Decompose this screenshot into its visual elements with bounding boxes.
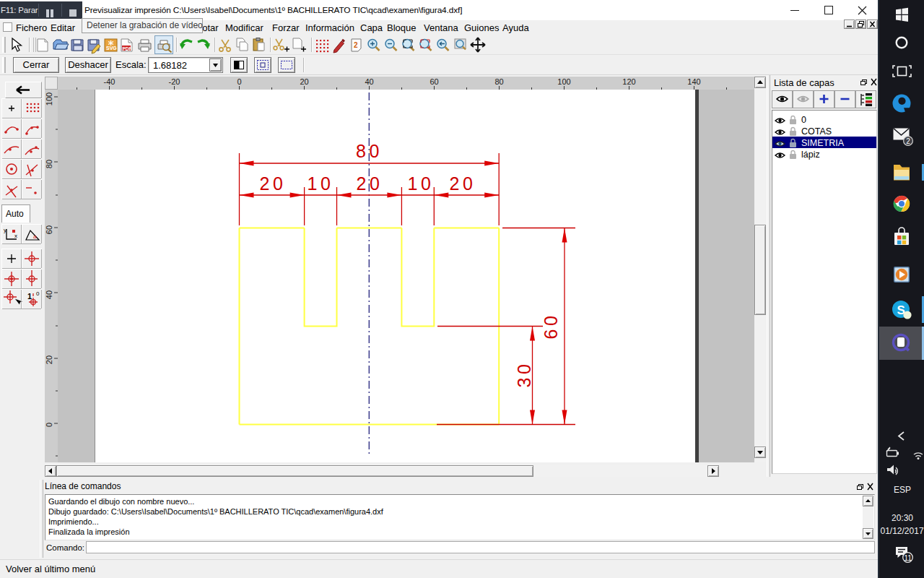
svg-text:60: 60 bbox=[541, 313, 561, 340]
svg-text:SIMETRIA: SIMETRIA bbox=[801, 138, 845, 148]
svg-text:140: 140 bbox=[687, 77, 700, 86]
svg-text:20: 20 bbox=[300, 77, 308, 86]
svg-text:a: a bbox=[33, 233, 37, 240]
svg-text:40: 40 bbox=[45, 290, 53, 299]
svg-text:20: 20 bbox=[260, 173, 287, 194]
svg-text:30: 30 bbox=[514, 361, 534, 388]
svg-text:10: 10 bbox=[308, 173, 334, 194]
svg-text:100: 100 bbox=[557, 77, 570, 86]
svg-text:20:30: 20:30 bbox=[892, 513, 913, 523]
svg-text:lápiz: lápiz bbox=[801, 150, 820, 160]
svg-text:120: 120 bbox=[622, 77, 635, 86]
svg-text:COTAS: COTAS bbox=[801, 126, 832, 137]
svg-text:80: 80 bbox=[494, 77, 503, 86]
svg-text:PDF: PDF bbox=[123, 46, 132, 51]
svg-text:0: 0 bbox=[801, 115, 806, 125]
svg-text:-20: -20 bbox=[169, 77, 180, 86]
svg-text:2: 2 bbox=[906, 137, 910, 145]
svg-text:SVG: SVG bbox=[106, 46, 117, 51]
svg-text:2: 2 bbox=[354, 41, 358, 49]
svg-text:1: 1 bbox=[27, 292, 32, 301]
svg-text:20: 20 bbox=[450, 173, 476, 194]
svg-text:80: 80 bbox=[45, 160, 53, 168]
svg-text:60: 60 bbox=[45, 225, 53, 234]
svg-text:-40: -40 bbox=[104, 77, 116, 86]
svg-text:20: 20 bbox=[45, 355, 53, 364]
svg-text:40: 40 bbox=[365, 77, 373, 86]
svg-text:11: 11 bbox=[905, 554, 912, 562]
svg-text:ESP: ESP bbox=[894, 485, 911, 495]
svg-text:0: 0 bbox=[237, 77, 241, 86]
svg-text:60: 60 bbox=[430, 77, 438, 86]
svg-text:01/12/2017: 01/12/2017 bbox=[881, 526, 924, 536]
svg-text:20: 20 bbox=[357, 173, 383, 194]
svg-text:100: 100 bbox=[45, 92, 53, 105]
svg-text:0: 0 bbox=[36, 290, 40, 297]
svg-text:x: x bbox=[14, 233, 17, 239]
svg-text:10: 10 bbox=[408, 173, 435, 194]
svg-text:y: y bbox=[4, 227, 6, 233]
svg-text:0: 0 bbox=[45, 423, 53, 427]
svg-text:80: 80 bbox=[356, 141, 383, 161]
